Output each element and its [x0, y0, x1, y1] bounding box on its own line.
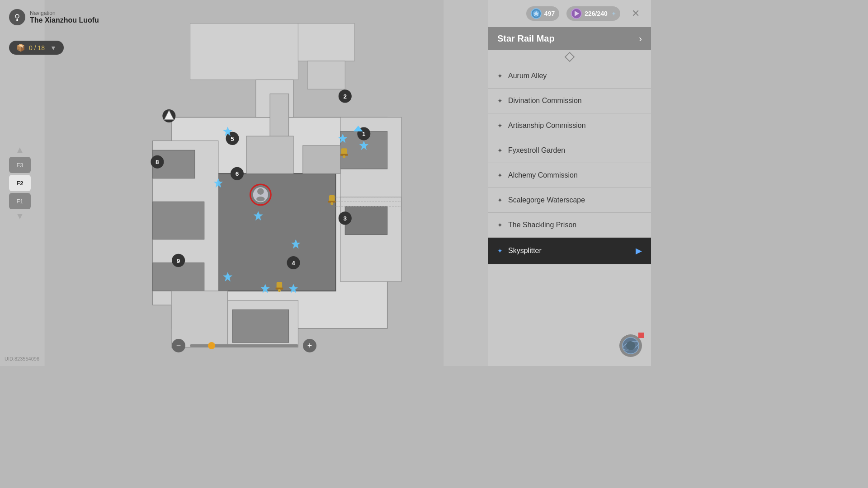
location-item-divination-commission[interactable]: ✦Divination Commission	[488, 89, 651, 113]
svg-point-46	[256, 197, 265, 201]
close-button[interactable]: ✕	[627, 5, 644, 22]
star-rail-map-title: Star Rail Map	[497, 33, 555, 44]
nav-header: Navigation The Xianzhou Luofu	[9, 9, 99, 25]
stellar-jade-currency: 497	[526, 6, 559, 21]
svg-point-64	[343, 155, 345, 158]
location-item-artisanship-commission[interactable]: ✦Artisanship Commission	[488, 113, 651, 138]
zoom-out-button[interactable]: −	[172, 339, 185, 352]
location-item-the-shackling-prison[interactable]: ✦The Shackling Prison	[488, 213, 651, 238]
top-bar: 497 226/240 + ✕	[488, 0, 651, 27]
right-panel: 497 226/240 + ✕ Star Rail Map › ✦Aurum A…	[488, 0, 651, 366]
location-name-artisanship-commission: Artisanship Commission	[508, 122, 642, 130]
planet-button[interactable]	[619, 334, 642, 357]
zoom-in-button[interactable]: +	[303, 339, 316, 352]
location-name-scalegorge-waterscape: Scalegorge Waterscape	[508, 196, 642, 204]
location-arrow-skysplitter: ▶	[636, 246, 642, 256]
location-dot-artisanship-commission: ✦	[497, 122, 503, 129]
svg-text:9: 9	[177, 258, 180, 264]
svg-text:5: 5	[231, 136, 234, 142]
zoom-controls[interactable]: − +	[172, 339, 316, 352]
svg-rect-62	[341, 148, 347, 155]
floor-plan: 1 2 3 4 5 6 7 8 9	[0, 0, 488, 366]
zoom-thumb[interactable]	[208, 342, 215, 349]
location-dot-divination-commission: ✦	[497, 97, 503, 104]
location-item-skysplitter[interactable]: ✦Skysplitter▶	[488, 238, 651, 264]
svg-text:1: 1	[362, 131, 366, 137]
chest-counter[interactable]: 📦 0 / 18 ▼	[9, 41, 64, 55]
location-item-alchemy-commission[interactable]: ✦Alchemy Commission	[488, 163, 651, 188]
floor-down-arrow[interactable]: ▼	[15, 211, 24, 221]
svg-text:6: 6	[236, 170, 239, 177]
location-dot-the-shackling-prison: ✦	[497, 221, 503, 229]
svg-point-0	[15, 14, 19, 18]
zoom-track[interactable]	[190, 344, 298, 347]
location-name-the-shackling-prison: The Shackling Prison	[508, 221, 642, 229]
svg-rect-19	[270, 94, 289, 141]
location-dot-alchemy-commission: ✦	[497, 172, 503, 179]
floor-up-arrow[interactable]: ▲	[15, 145, 24, 155]
location-name-divination-commission: Divination Commission	[508, 97, 642, 105]
location-item-aurum-alley[interactable]: ✦Aurum Alley	[488, 64, 651, 89]
svg-rect-16	[232, 310, 289, 343]
location-dot-aurum-alley: ✦	[497, 72, 503, 80]
location-name-aurum-alley: Aurum Alley	[508, 72, 642, 80]
nav-icon	[9, 9, 25, 25]
svg-text:4: 4	[292, 260, 295, 267]
svg-text:8: 8	[156, 159, 159, 165]
dropdown-arrow: ▼	[50, 44, 57, 52]
floor-f2[interactable]: F2	[9, 175, 31, 191]
map-area[interactable]: Navigation The Xianzhou Luofu 📦 0 / 18 ▼	[0, 0, 488, 366]
svg-rect-9	[153, 202, 204, 239]
trailblaze-power-plus[interactable]: +	[612, 10, 616, 17]
diamond-shape	[565, 52, 575, 62]
location-list[interactable]: ✦Aurum Alley✦Divination Commission✦Artis…	[488, 64, 651, 366]
nav-text: Navigation The Xianzhou Luofu	[30, 10, 99, 24]
chest-icon: 📦	[16, 43, 25, 52]
svg-point-72	[626, 341, 635, 350]
floor-f1[interactable]: F1	[9, 193, 31, 209]
uid-label: UID:823554096	[5, 356, 39, 361]
svg-text:2: 2	[344, 93, 347, 100]
svg-text:3: 3	[344, 215, 347, 222]
location-name-skysplitter: Skysplitter	[508, 247, 630, 255]
location-name-fyxestroll-garden: Fyxestroll Garden	[508, 146, 642, 155]
svg-rect-3	[298, 23, 354, 61]
location-dot-scalegorge-waterscape: ✦	[497, 197, 503, 204]
svg-rect-56	[329, 195, 335, 202]
floor-f3[interactable]: F3	[9, 157, 31, 173]
location-dot-skysplitter: ✦	[497, 247, 503, 254]
location-item-fyxestroll-garden[interactable]: ✦Fyxestroll Garden	[488, 138, 651, 163]
svg-rect-20	[246, 136, 293, 174]
svg-point-45	[257, 188, 264, 195]
trailblaze-power-currency: 226/240 +	[566, 6, 620, 21]
svg-rect-21	[303, 145, 340, 174]
svg-rect-2	[190, 23, 298, 80]
nav-label: Navigation	[30, 10, 99, 16]
location-name-alchemy-commission: Alchemy Commission	[508, 171, 642, 179]
svg-rect-4	[307, 61, 345, 89]
nav-location: The Xianzhou Luofu	[30, 16, 99, 24]
star-rail-map-button[interactable]: Star Rail Map ›	[488, 27, 651, 50]
location-item-scalegorge-waterscape[interactable]: ✦Scalegorge Waterscape	[488, 188, 651, 213]
floor-buttons[interactable]: ▲ F3 F2 F1 ▼	[9, 145, 31, 221]
diamond-marker	[488, 50, 651, 64]
svg-point-58	[330, 202, 333, 205]
svg-rect-14	[345, 206, 387, 235]
svg-rect-59	[277, 282, 282, 289]
star-rail-map-arrow: ›	[639, 33, 642, 44]
svg-point-61	[278, 289, 281, 292]
notification-dot	[638, 333, 644, 338]
stellar-jade-value: 497	[544, 10, 555, 17]
location-dot-fyxestroll-garden: ✦	[497, 147, 503, 154]
chest-count: 0 / 18	[29, 44, 45, 52]
trailblaze-power-value: 226/240	[585, 10, 608, 17]
